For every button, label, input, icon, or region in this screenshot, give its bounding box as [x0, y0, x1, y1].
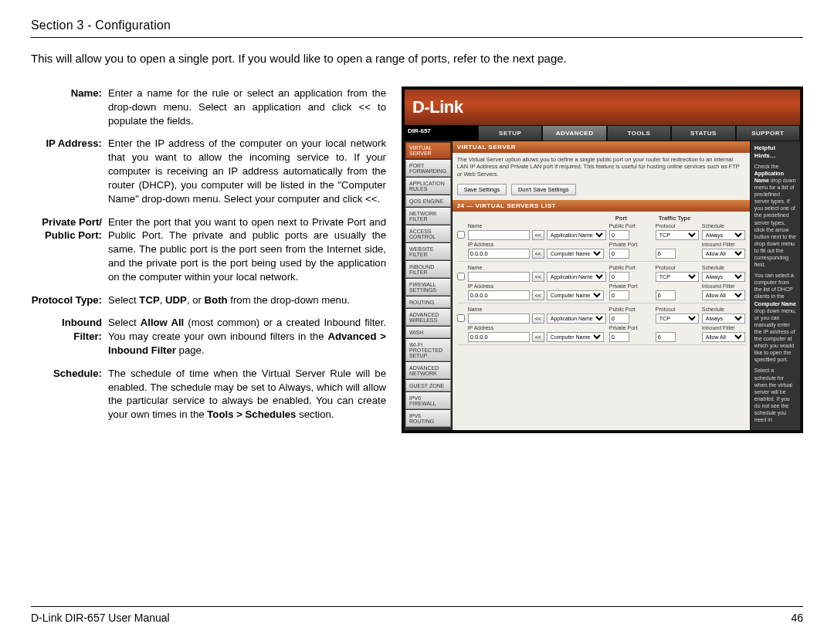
name-input[interactable] [468, 230, 530, 240]
sidebar-item[interactable]: INBOUND FILTER [405, 261, 451, 278]
sidebar-item-virtual-server[interactable]: VIRTUAL SERVER [405, 142, 451, 159]
schedule-select[interactable]: Always [702, 314, 745, 324]
protocol-select[interactable]: TCP [656, 230, 699, 240]
ip-input[interactable] [468, 249, 530, 259]
def-label: Name: [31, 86, 108, 127]
inbound-filter-select[interactable]: Allow All [702, 290, 745, 300]
router-banner: D-Link [405, 90, 800, 125]
tab-support[interactable]: SUPPORT [736, 125, 800, 141]
public-port-input[interactable] [609, 230, 629, 240]
hint-paragraph: You can select a computer from the list … [754, 272, 796, 363]
row-enable-checkbox[interactable] [457, 231, 465, 239]
schedule-select[interactable]: Always [702, 230, 745, 240]
content-section-title: VIRTUAL SERVER [453, 141, 750, 153]
sidebar-item[interactable]: ADVANCED NETWORK [405, 362, 451, 379]
router-content: VIRTUAL SERVER The Virtual Server option… [453, 141, 750, 430]
name-input[interactable] [468, 272, 530, 282]
protocol-select[interactable]: TCP [656, 272, 699, 282]
schedule-select[interactable]: Always [702, 272, 745, 282]
tab-setup[interactable]: SETUP [478, 125, 542, 141]
dont-save-button[interactable]: Don't Save Settings [511, 184, 576, 195]
protocol-num-input[interactable] [656, 332, 676, 342]
sidebar-item[interactable]: WI-FI PROTECTED SETUP [405, 339, 451, 361]
private-port-input[interactable] [609, 332, 629, 342]
save-settings-button[interactable]: Save Settings [457, 184, 507, 195]
copy-app-button[interactable]: << [532, 314, 544, 324]
ip-input[interactable] [468, 332, 530, 342]
sidebar-item[interactable]: FIREWALL SETTINGS [405, 279, 451, 296]
protocol-select[interactable]: TCP [656, 314, 699, 324]
top-tabs: SETUP ADVANCED TOOLS STATUS SUPPORT [478, 125, 800, 141]
sidebar-item[interactable]: PORT FORWARDING [405, 160, 451, 177]
application-select[interactable]: Application Name [547, 272, 606, 282]
tab-status[interactable]: STATUS [671, 125, 735, 141]
vs-row: Name <<Application Name IP Address <<Com… [457, 265, 745, 303]
sidebar-item[interactable]: IPV6 ROUTING [405, 410, 451, 427]
def-desc: The schedule of time when the Virtual Se… [108, 367, 386, 422]
copy-computer-button[interactable]: << [532, 290, 544, 300]
sidebar-item[interactable]: WEBSITE FILTER [405, 243, 451, 260]
sidebar-item[interactable]: ADVANCED WIRELESS [405, 309, 451, 326]
sidebar-item[interactable]: NETWORK FILTER [405, 208, 451, 225]
computer-select[interactable]: Computer Name [547, 332, 604, 342]
def-desc: Enter a name for the rule or select an a… [108, 86, 386, 127]
copy-app-button[interactable]: << [532, 230, 544, 240]
name-label: Name [468, 223, 606, 229]
screenshot-column: D-Link DIR-657 SETUP ADVANCED TOOLS STAT… [402, 86, 803, 433]
def-protocol: Protocol Type: Select TCP, UDP, or Both … [31, 293, 386, 307]
public-port-input[interactable] [609, 272, 629, 282]
protocol-num-input[interactable] [656, 290, 676, 300]
virtual-servers-list: Port Traffic Type Name <<Application Nam… [453, 212, 750, 354]
vs-row: Name <<Application Name IP Address <<Com… [457, 223, 745, 262]
ip-label: IP Address [468, 325, 606, 330]
sidebar-item[interactable]: APPLICATION RULES [405, 178, 451, 195]
copy-app-button[interactable]: << [532, 272, 544, 282]
tab-advanced[interactable]: ADVANCED [542, 125, 606, 141]
sidebar-item[interactable]: IPV6 FIREWALL [405, 392, 451, 409]
computer-select[interactable]: Computer Name [547, 290, 604, 300]
sidebar-item[interactable]: QOS ENGINE [405, 195, 451, 207]
computer-select[interactable]: Computer Name [547, 249, 604, 259]
page-footer: D-Link DIR-657 User Manual 46 [31, 606, 803, 624]
footer-left: D-Link DIR-657 User Manual [31, 612, 170, 624]
tab-tools[interactable]: TOOLS [607, 125, 671, 141]
inbound-filter-select[interactable]: Allow All [702, 332, 745, 342]
name-input[interactable] [468, 314, 530, 324]
copy-computer-button[interactable]: << [532, 249, 544, 259]
ip-label: IP Address [468, 242, 606, 247]
def-label: Protocol Type: [31, 293, 108, 307]
def-inbound: Inbound Filter: Select Allow All (most c… [31, 316, 386, 357]
row-enable-checkbox[interactable] [457, 314, 465, 322]
inbound-filter-select[interactable]: Allow All [702, 249, 745, 259]
helpful-hints: Helpful Hints… Check the Application Nam… [750, 141, 800, 430]
hints-title: Helpful Hints… [754, 144, 796, 161]
content-columns: Name: Enter a name for the rule or selec… [31, 86, 803, 433]
content-section-desc: The Virtual Server option allows you to … [453, 153, 750, 181]
copy-computer-button[interactable]: << [532, 332, 544, 342]
section-title: Section 3 - Configuration [31, 19, 803, 32]
def-label: IP Address: [31, 137, 108, 205]
footer-page: 46 [791, 612, 803, 624]
application-select[interactable]: Application Name [547, 314, 606, 324]
def-ip: IP Address: Enter the IP address of the … [31, 137, 386, 205]
public-port-input[interactable] [609, 314, 629, 324]
sidebar-item[interactable]: ROUTING [405, 297, 451, 308]
router-ui: D-Link DIR-657 SETUP ADVANCED TOOLS STAT… [402, 86, 803, 433]
sidebar-item[interactable]: WISH [405, 327, 451, 338]
router-body: VIRTUAL SERVER PORT FORWARDING APPLICATI… [405, 141, 800, 430]
def-desc: Select TCP, UDP, or Both from the drop-d… [108, 293, 386, 307]
model-badge: DIR-657 [405, 125, 478, 141]
section-header: Section 3 - Configuration [31, 19, 803, 38]
protocol-num-input[interactable] [656, 249, 676, 259]
def-desc: Enter the IP address of the computer on … [108, 137, 386, 205]
sidebar-item[interactable]: ACCESS CONTROL [405, 225, 451, 242]
ip-input[interactable] [468, 290, 530, 300]
row-enable-checkbox[interactable] [457, 273, 465, 280]
def-label: Private Port/ Public Port: [31, 215, 108, 284]
list-header: Port Traffic Type [457, 215, 745, 222]
private-port-input[interactable] [609, 249, 629, 259]
private-port-input[interactable] [609, 290, 629, 300]
application-select[interactable]: Application Name [547, 230, 606, 240]
sidebar-item[interactable]: GUEST ZONE [405, 380, 451, 391]
dlink-logo: D-Link [412, 97, 463, 117]
